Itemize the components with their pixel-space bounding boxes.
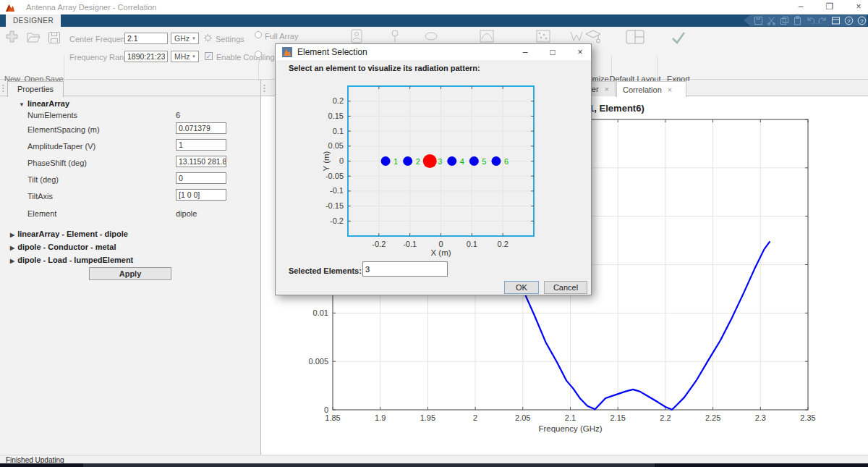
element-number-label: 2 [416,157,420,166]
export-check-icon[interactable] [670,30,687,45]
center-frequency-input[interactable] [124,33,168,44]
element-radio[interactable] [255,51,262,58]
paste-icon[interactable] [793,16,802,25]
window-minimize-button[interactable]: – [788,0,813,14]
svg-text:?: ? [848,18,851,25]
redo-icon[interactable] [818,16,827,25]
y-axis-label: Y (m) [322,151,331,171]
apply-button[interactable]: Apply [89,267,171,280]
collapsed-section[interactable]: ▶dipole - Load - lumpedElement [10,256,133,264]
frequency-range-input[interactable] [124,51,168,62]
default-layout-icon[interactable] [625,29,645,45]
element-marker-6[interactable] [491,156,501,166]
element-marker-2[interactable] [403,156,412,166]
element-marker-1[interactable] [381,156,391,166]
svg-text:?: ? [860,18,864,25]
triangle-right-icon: ▶ [10,258,14,264]
tilt-axis-field[interactable]: [1 0 0] [176,189,226,201]
amplitude-taper-field[interactable]: 1 [176,139,226,151]
section-label: linearArray - Element - dipole [17,230,128,238]
center-frequency-unit-select[interactable]: GHz▼ [171,33,199,44]
x-tick-label: 2.2 [660,413,671,422]
y-tick-label: 0.05 [328,141,344,150]
property-label: TiltAxis [27,192,53,201]
element-number-label: 1 [393,157,398,166]
ok-button[interactable]: OK [504,281,539,294]
tilt-field[interactable]: 0 [176,172,226,184]
element-layout-plot: -0.2-0.100.10.20.20.150.10.050-0.05-0.1-… [276,73,592,263]
panel-grip[interactable]: ••• [263,84,265,93]
s-parameter-icon[interactable] [569,29,584,43]
y-tick-label: 0.1 [333,127,344,135]
save-icon[interactable] [754,16,763,25]
info-icon[interactable]: ? [857,16,867,25]
close-icon[interactable]: × [605,85,609,93]
collapsed-section[interactable]: ▶dipole - Conductor - metal [10,243,116,251]
x-axis-label: X (m) [430,248,451,257]
collapsed-section[interactable]: ▶linearArray - Element - dipole [10,230,128,238]
property-label: Tilt (deg) [27,175,59,184]
new-icon[interactable] [4,30,20,45]
element-marker-5[interactable] [469,156,479,166]
chevron-down-icon: ▼ [192,36,196,41]
window-close-button[interactable]: × [846,0,868,14]
close-icon[interactable]: × [668,85,672,94]
tab-label: er [592,85,599,93]
triangle-right-icon: ▶ [10,232,14,238]
panel-grip[interactable]: ••• [2,84,4,93]
element-marker-3[interactable] [423,154,437,168]
properties-group-header[interactable]: ▼linearArray [19,99,69,108]
save-disk-icon[interactable] [47,30,61,45]
y-tick-label: -0.05 [326,172,344,180]
settings-button[interactable]: Settings [216,35,244,43]
cancel-button[interactable]: Cancel [544,281,587,294]
layout-icon[interactable] [831,16,841,25]
impedance-icon[interactable] [535,29,551,43]
frequency-range-unit: MHz [174,52,190,61]
y-tick-label: 0.01 [313,308,328,317]
y-tick-label: -0.15 [326,201,344,210]
dialog-titlebar[interactable]: Element Selection – □ × [276,44,591,60]
property-label: ElementSpacing (m) [27,125,100,134]
tab-designer[interactable]: DESIGNER [6,14,61,27]
undo-icon[interactable] [806,16,815,25]
triangle-down-icon: ▼ [19,101,25,108]
cut-icon[interactable] [767,16,776,25]
phase-shift-field[interactable]: 13.1150 281.8583] [176,156,226,167]
dialog-instruction: Select an element to visualize its radia… [289,64,480,72]
tab-correlation[interactable]: Correlation× [616,81,686,97]
selected-elements-input[interactable] [362,261,448,277]
azimuth-icon[interactable] [423,29,439,43]
frequency-range-unit-select[interactable]: MHz▼ [171,51,199,62]
open-folder-icon[interactable] [26,30,41,45]
enable-coupling-checkbox[interactable]: ✓ [205,52,213,60]
x-tick-label: 2.3 [755,413,766,422]
window-restore-button[interactable]: ❐ [817,0,842,14]
optimize-icon[interactable] [584,29,603,45]
dialog-title: Element Selection [297,47,367,57]
element-marker-4[interactable] [447,156,456,166]
center-frequency-label: Center Frequency [69,35,133,43]
dialog-maximize-button[interactable]: □ [542,44,563,60]
elevation-pattern-icon[interactable] [479,29,495,43]
triangle-right-icon: ▶ [10,245,14,251]
properties-panel: ▼linearArray NumElements 6 ElementSpacin… [0,96,260,455]
dialog-close-button[interactable]: × [569,44,591,60]
tab-properties[interactable]: Properties [7,81,64,97]
full-array-radio[interactable] [255,31,262,38]
dialog-minimize-button[interactable]: – [514,44,536,60]
x-tick-label: 2.25 [705,413,720,422]
element-spacing-field[interactable]: 0.071379 [176,122,226,134]
copy-icon[interactable] [780,16,789,25]
property-value: 6 [176,111,180,119]
x-tick-label: 2.1 [565,413,576,422]
property-value: dipole [176,209,197,218]
property-label: NumElements [27,111,77,119]
pattern-3d-icon[interactable] [387,29,403,43]
x-tick-label: 1.85 [325,413,340,422]
settings-gear-icon[interactable] [203,33,213,43]
window-titlebar: Antenna Array Designer - Correlation – ❐… [0,0,868,14]
x-tick-label: 2.35 [800,413,815,422]
element-icon[interactable] [349,29,365,43]
help-icon[interactable]: ? [844,16,854,25]
